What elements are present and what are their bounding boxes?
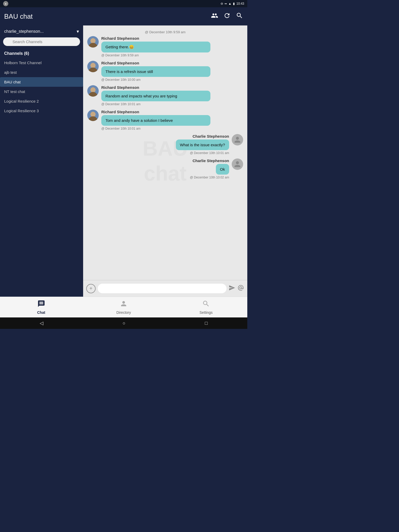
search-icon[interactable] bbox=[236, 12, 243, 21]
avatar-charlie-1 bbox=[232, 134, 243, 145]
send-button[interactable] bbox=[229, 284, 235, 293]
nav-item-chat[interactable]: Chat bbox=[0, 300, 82, 315]
page-title: BAU chat bbox=[4, 12, 208, 21]
timestamp-3: @ December 10th 10:00 am bbox=[101, 78, 243, 82]
message-group-6: Charlie Stephenson What is the issue exa… bbox=[87, 134, 243, 155]
android-nav-bar: ◁ ○ □ bbox=[0, 317, 247, 329]
timestamp-6: @ December 10th 10:01 am bbox=[190, 151, 229, 155]
timestamp-1: @ December 10th 9:59 am bbox=[87, 30, 243, 34]
bubble-7: Ok bbox=[216, 164, 229, 175]
message-content-7: Charlie Stephenson Ok @ December 10th 10… bbox=[190, 158, 229, 179]
search-container bbox=[0, 37, 83, 49]
battery-icon: ▮ bbox=[233, 2, 235, 5]
sidebar-item-lr3[interactable]: Logical Resilience 3 bbox=[0, 106, 83, 116]
message-content-6: Charlie Stephenson What is the issue exa… bbox=[176, 134, 229, 155]
mention-button[interactable] bbox=[237, 284, 244, 293]
sidebar: charlie_stephenson... ▾ Channels (6) Hol… bbox=[0, 25, 83, 297]
sidebar-item-nt[interactable]: NT test chat bbox=[0, 87, 83, 96]
input-bar: + bbox=[83, 280, 247, 297]
timestamp-5: @ December 10th 10:01 am bbox=[101, 127, 243, 130]
header-icons bbox=[211, 12, 243, 21]
bubble-5: Tom and andy have a solution I believe bbox=[101, 115, 210, 126]
sender-name-7: Charlie Stephenson bbox=[192, 158, 229, 163]
timestamp-7: @ December 10th 10:02 am bbox=[190, 176, 229, 179]
avatar-richard-2 bbox=[87, 61, 99, 72]
message-group-5: Richard Stephenson Tom and andy have a s… bbox=[87, 110, 243, 130]
message-content-5: Richard Stephenson Tom and andy have a s… bbox=[101, 110, 243, 130]
recent-button[interactable]: □ bbox=[205, 321, 208, 326]
add-attachment-button[interactable]: + bbox=[86, 284, 96, 293]
bubble-2: Getting there.😀 bbox=[101, 42, 210, 52]
sidebar-item-ajb[interactable]: ajb test bbox=[0, 68, 83, 77]
sender-name-2: Richard Stephenson bbox=[101, 36, 243, 41]
avatar-richard-3 bbox=[87, 85, 99, 97]
message-group-4: Richard Stephenson Random and impacts wh… bbox=[87, 85, 243, 106]
timestamp-4: @ December 10th 10:01 am bbox=[101, 102, 243, 106]
back-button[interactable]: ◁ bbox=[40, 320, 43, 326]
nav-item-directory[interactable]: Directory bbox=[82, 300, 165, 315]
channels-header: Channels (6) bbox=[0, 49, 83, 58]
sender-name-6: Charlie Stephenson bbox=[192, 134, 229, 138]
sidebar-item-lr2[interactable]: Logical Resilience 2 bbox=[0, 96, 83, 106]
message-content-2: Richard Stephenson Getting there.😀 @ Dec… bbox=[101, 36, 243, 57]
chat-area: BAU chat @ December 10th 9:59 am Richard… bbox=[83, 25, 247, 297]
sidebar-item-holborn[interactable]: Holborn Test Channel bbox=[0, 58, 83, 68]
clock: 10:43 bbox=[236, 2, 244, 5]
bubble-3: There is a refresh issue still bbox=[101, 66, 210, 77]
message-input[interactable] bbox=[98, 284, 227, 293]
timestamp-2: @ December 10th 9:59 am bbox=[101, 54, 243, 57]
people-icon[interactable] bbox=[211, 12, 218, 21]
settings-nav-label: Settings bbox=[200, 310, 213, 315]
directory-nav-label: Directory bbox=[116, 310, 131, 315]
user-profile-row[interactable]: charlie_stephenson... ▾ bbox=[0, 29, 83, 37]
sender-name-5: Richard Stephenson bbox=[101, 110, 243, 114]
nav-item-settings[interactable]: Settings bbox=[165, 300, 247, 315]
settings-nav-icon bbox=[202, 300, 210, 309]
message-group-3: Richard Stephenson There is a refresh is… bbox=[87, 61, 243, 82]
chevron-down-icon: ▾ bbox=[77, 29, 79, 34]
app-icon: ● bbox=[3, 1, 8, 6]
sidebar-item-bau[interactable]: BAU chat bbox=[0, 77, 83, 87]
avatar-richard-1 bbox=[87, 36, 99, 48]
message-content-3: Richard Stephenson There is a refresh is… bbox=[101, 61, 243, 82]
bubble-4: Random and impacts what you are typing bbox=[101, 91, 210, 101]
status-icons: ⊖ ▪▪ ▲ ▮ 10:43 bbox=[221, 2, 244, 5]
message-group-7: Charlie Stephenson Ok @ December 10th 10… bbox=[87, 158, 243, 179]
app-header: BAU chat bbox=[0, 7, 247, 25]
username: charlie_stephenson... bbox=[4, 29, 75, 34]
refresh-icon[interactable] bbox=[223, 12, 231, 21]
home-button[interactable]: ○ bbox=[123, 321, 125, 326]
avatar-charlie-2 bbox=[232, 158, 243, 170]
wifi-icon: ▲ bbox=[228, 2, 231, 5]
chat-messages[interactable]: @ December 10th 9:59 am Richard Stephens… bbox=[83, 25, 247, 280]
message-group-2: Richard Stephenson Getting there.😀 @ Dec… bbox=[87, 36, 243, 57]
bubble-6: What is the issue exactly? bbox=[176, 139, 229, 150]
main-layout: charlie_stephenson... ▾ Channels (6) Hol… bbox=[0, 25, 247, 297]
avatar-richard-4 bbox=[87, 110, 99, 121]
chat-nav-icon bbox=[37, 300, 45, 309]
status-bar: ● ⊖ ▪▪ ▲ ▮ 10:43 bbox=[0, 0, 247, 7]
vibrate-icon: ▪▪ bbox=[225, 2, 227, 5]
search-wrap bbox=[3, 37, 80, 46]
sender-name-4: Richard Stephenson bbox=[101, 85, 243, 90]
sender-name-3: Richard Stephenson bbox=[101, 61, 243, 65]
directory-nav-icon bbox=[120, 300, 128, 309]
search-input[interactable] bbox=[3, 37, 80, 46]
bottom-nav: Chat Directory Settings bbox=[0, 297, 247, 317]
message-content-4: Richard Stephenson Random and impacts wh… bbox=[101, 85, 243, 106]
chat-nav-label: Chat bbox=[37, 310, 45, 315]
minus-circle-icon: ⊖ bbox=[221, 2, 223, 5]
